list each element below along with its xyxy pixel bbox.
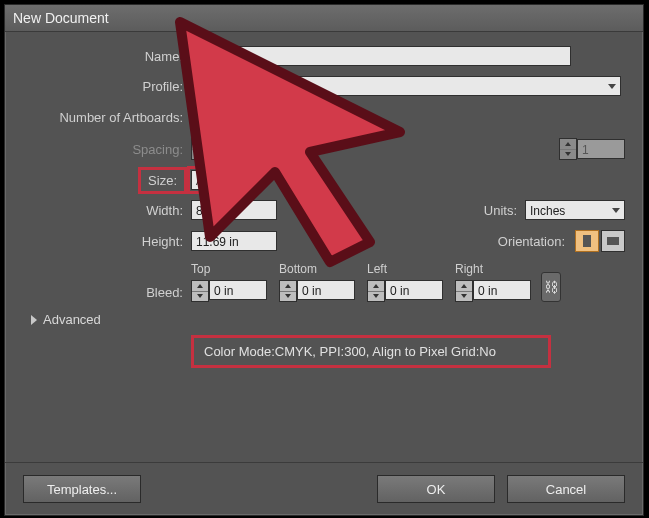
spacing-input: 0.28 in [209, 139, 285, 159]
bleed-left-input[interactable]: 0 in [385, 280, 443, 300]
bleed-left-stepper[interactable] [367, 280, 385, 302]
dialog-title: New Document [5, 5, 643, 32]
profile-label: Profile: [23, 79, 191, 94]
bleed-label: Bleed: [23, 285, 191, 302]
spacing-label: Spacing: [23, 142, 191, 157]
columns-stepper [559, 138, 577, 160]
new-document-dialog: New Document Name: Untitled-1 Profile: [… [4, 4, 644, 516]
dialog-body: Name: Untitled-1 Profile: [Custom] Numbe… [5, 32, 643, 368]
spacing-stepper [191, 138, 209, 160]
ok-button[interactable]: OK [377, 475, 495, 503]
bleed-link-icon[interactable]: ⛓ [541, 272, 561, 302]
bleed-right-label: Right [455, 262, 531, 276]
size-select[interactable]: A4 [191, 170, 249, 190]
bleed-left-label: Left [367, 262, 443, 276]
artboards-input[interactable]: 1 [209, 107, 257, 127]
name-input[interactable]: Untitled-1 [191, 46, 571, 66]
size-label-text: Size: [142, 171, 183, 190]
units-select[interactable]: Inches [525, 200, 625, 220]
height-label: Height: [23, 234, 191, 249]
bleed-top-stepper[interactable] [191, 280, 209, 302]
artboards-label: Number of Artboards: [23, 110, 191, 125]
orientation-landscape-button[interactable] [601, 230, 625, 252]
profile-select[interactable]: [Custom] [191, 76, 621, 96]
artboards-stepper[interactable] [191, 106, 209, 128]
bleed-right-input[interactable]: 0 in [473, 280, 531, 300]
width-input[interactable]: 8.27 in [191, 200, 277, 220]
advanced-disclosure[interactable]: Advanced [31, 312, 625, 327]
bleed-bottom-label: Bottom [279, 262, 355, 276]
orientation-label: Orientation: [498, 234, 573, 249]
name-label: Name: [23, 49, 191, 64]
height-input[interactable]: 11.69 in [191, 231, 277, 251]
bleed-top-label: Top [191, 262, 267, 276]
units-label: Units: [484, 203, 525, 218]
bleed-top-input[interactable]: 0 in [209, 280, 267, 300]
size-label: Size: [23, 173, 191, 188]
bleed-bottom-stepper[interactable] [279, 280, 297, 302]
width-label: Width: [23, 203, 191, 218]
templates-button[interactable]: Templates... [23, 475, 141, 503]
advanced-label: Advanced [43, 312, 101, 327]
cancel-button[interactable]: Cancel [507, 475, 625, 503]
bleed-bottom-input[interactable]: 0 in [297, 280, 355, 300]
mode-summary: Color Mode:CMYK, PPI:300, Align to Pixel… [191, 335, 551, 368]
orientation-portrait-button[interactable] [575, 230, 599, 252]
dialog-footer: Templates... OK Cancel [5, 462, 643, 515]
bleed-right-stepper[interactable] [455, 280, 473, 302]
columns-input: 1 [577, 139, 625, 159]
